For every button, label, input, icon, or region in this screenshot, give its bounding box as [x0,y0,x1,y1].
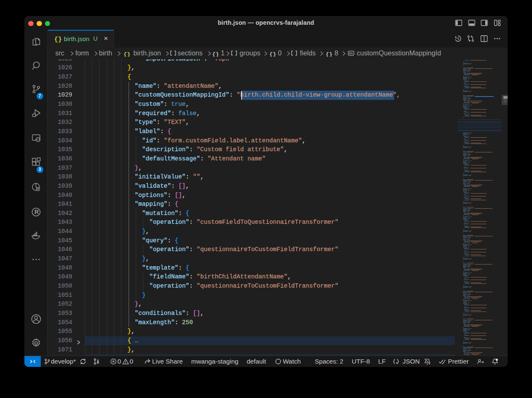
svg-text:{}: {} [124,51,130,57]
svg-text:R: R [34,209,39,215]
svg-text:{}: {} [54,36,61,42]
svg-text:abc: abc [348,52,353,55]
svg-text:{}: {} [212,51,219,57]
svg-text:{}: {} [269,51,276,57]
svg-text:{}: {} [326,51,332,57]
